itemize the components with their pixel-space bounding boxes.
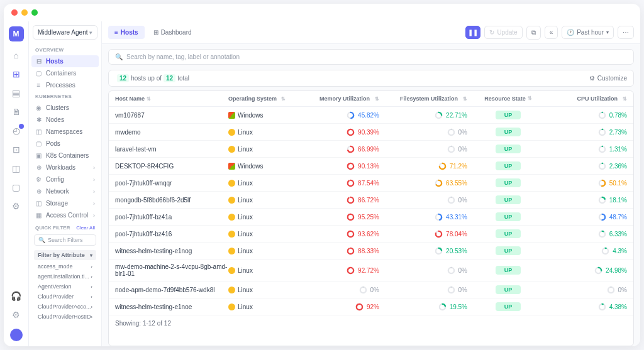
table-row[interactable]: pool-7jhtuk0ff-bz416 Linux 93.62% 78.04%… [109,226,633,243]
resource-state-cell: UP [467,178,549,187]
table-row[interactable]: laravel-test-vm Linux 66.99% 0% UP 1.31% [109,141,633,158]
memory-cell: 90.39% [291,128,379,136]
collapse-button[interactable]: « [545,26,558,39]
sort-icon[interactable]: ⇅ [147,96,151,102]
time-range-selector[interactable]: 🕐 Past hour ▾ [562,26,614,39]
filter-item[interactable]: CloudProviderHostID› [29,312,101,322]
app-logo[interactable]: M [9,26,24,41]
table-row[interactable]: mwdemo Linux 90.39% 0% UP 2.73% [109,124,633,141]
filter-item[interactable]: agent.installation.ti...› [29,271,101,282]
host-name-cell: DESKTOP-8R4CFIG [115,163,228,170]
status-badge: UP [496,285,521,294]
svg-point-67 [357,304,362,309]
tab-hosts[interactable]: ≡ Hosts [108,26,145,39]
database-icon[interactable]: ◫ [11,163,21,173]
os-cell: Linux [228,287,291,293]
cpu-cell: 50.1% [549,179,627,187]
chevron-right-icon: › [93,177,95,183]
sidebar-item-hosts[interactable]: ⊟Hosts [31,55,99,67]
sidebar-item-network[interactable]: ⊕Network› [29,185,101,197]
memory-cell: 93.62% [291,230,379,238]
gear-icon[interactable]: ⚙ [11,310,21,320]
dashboards-icon[interactable]: ⊡ [11,145,21,155]
search-icon: 🔍 [115,53,123,60]
svg-point-52 [602,248,608,253]
filesystem-cell: 43.31% [379,213,467,221]
table-row[interactable]: mongodb-5f8bd66bf6-2d5lf Linux 86.72% 0%… [109,192,633,209]
sidebar-item-access control[interactable]: ▦Access Control› [29,209,101,221]
maximize-window-icon[interactable] [31,9,38,16]
agent-selector[interactable]: Middleware Agent ▾ [33,25,97,40]
user-avatar[interactable] [10,329,23,341]
resource-state-cell: UP [467,285,549,294]
cpu-cell: 24.98% [549,266,627,275]
filter-by-attribute-header[interactable]: Filter by Attribute ▾ [34,250,96,260]
nav-icon: ▣ [35,152,42,159]
sidebar-item-pods[interactable]: ▢Pods [29,138,101,150]
update-button[interactable]: ↻ Update [484,26,522,39]
home-icon[interactable]: ⌂ [11,50,21,60]
resource-state-cell: UP [467,111,549,119]
resource-state-cell: UP [467,246,549,255]
table-row[interactable]: pool-7jhtuk0ff-bz41a Linux 95.25% 43.31%… [109,209,633,226]
more-button[interactable]: ⋯ [618,26,634,39]
host-name-cell: mw-demo-machine-2-s-4vcpu-8gb-amd-blr1-0… [115,263,228,277]
linux-icon [228,180,235,187]
sidebar-item-containers[interactable]: ▢Containers [29,67,101,79]
filter-item[interactable]: access_mode› [29,261,101,271]
sort-icon[interactable]: ⇅ [623,96,627,102]
clear-all-link[interactable]: Clear All [76,225,95,231]
sidebar-item-config[interactable]: ⚙Config› [29,173,101,185]
close-window-icon[interactable] [11,9,18,16]
copy-button[interactable]: ⧉ [526,26,541,40]
sidebar-item-clusters[interactable]: ◉Clusters [29,102,101,114]
sliders-icon: ⚙ [589,75,595,82]
sidebar-item-workloads[interactable]: ⊕Workloads› [29,161,101,173]
table-row[interactable]: node-apm-demo-7d9f4bb576-wdk8l Linux 0% … [109,282,633,298]
customize-button[interactable]: ⚙ Customize [589,75,627,82]
layers-icon[interactable]: ▤ [11,88,21,98]
sort-icon[interactable]: ⇅ [375,96,379,102]
pause-button[interactable]: ❚❚ [465,26,480,39]
hosts-total-count: 12 [164,74,175,82]
table-row[interactable]: witness-helm-testing-e1noe Linux 92% 19.… [109,298,633,315]
linux-icon [228,267,235,274]
sort-icon[interactable]: ⇅ [463,96,467,102]
tab-dashboard[interactable]: ⊞ Dashboard [147,26,198,39]
memory-cell: 66.99% [291,145,379,153]
filter-item[interactable]: CloudProvider› [29,292,101,302]
chevron-right-icon: › [93,200,95,207]
sort-icon[interactable]: ⇅ [281,96,286,102]
document-icon[interactable]: 🗎 [11,107,21,117]
filter-item[interactable]: CloudProviderAcco...› [29,302,101,312]
os-cell: Linux [228,214,291,221]
sidebar-item-namespaces[interactable]: ◫Namespaces [29,126,101,138]
sidebar-item-storage[interactable]: ◫Storage› [29,197,101,209]
sidebar-item-k8s containers[interactable]: ▣K8s Containers [29,150,101,161]
nav-icon: ◫ [35,200,42,207]
sidebar-item-processes[interactable]: ≡Processes [29,79,101,91]
table-row[interactable]: pool-7jhtuk0ff-wnqqr Linux 87.54% 63.55%… [109,175,633,192]
minimize-window-icon[interactable] [21,9,28,16]
table-row[interactable]: mw-demo-machine-2-s-4vcpu-8gb-amd-blr1-0… [109,260,633,282]
settings-rail-icon[interactable]: ⚙ [11,201,21,211]
monitor-icon[interactable]: ▢ [11,182,21,192]
svg-point-16 [599,146,604,151]
search-input[interactable]: 🔍 Search by name, tag, label or annotati… [108,49,634,65]
help-icon[interactable]: 🎧 [11,291,21,301]
cpu-cell: 4.38% [549,303,627,311]
os-cell: Windows [228,112,291,119]
sort-icon[interactable]: ⇅ [528,96,532,102]
os-cell: Linux [228,304,291,310]
table-row[interactable]: witness-helm-testing-e1nog Linux 88.33% … [109,243,633,260]
infrastructure-icon[interactable]: ⊞ [11,69,21,79]
memory-cell: 88.33% [291,247,379,255]
cpu-cell: 48.7% [549,213,627,221]
kubernetes-section-label: KUBERNETES [29,91,101,102]
table-row[interactable]: vm107687 Windows 45.82% 22.71% UP 0.78% [109,107,633,124]
filter-item[interactable]: AgentVersion› [29,282,101,292]
filter-search-input[interactable]: 🔍 Search Filters [34,234,96,246]
table-row[interactable]: DESKTOP-8R4CFIG Windows 90.13% 71.2% UP … [109,158,633,175]
alerts-icon[interactable]: ◴ [11,126,21,136]
sidebar-item-nodes[interactable]: ✱Nodes [29,114,101,126]
